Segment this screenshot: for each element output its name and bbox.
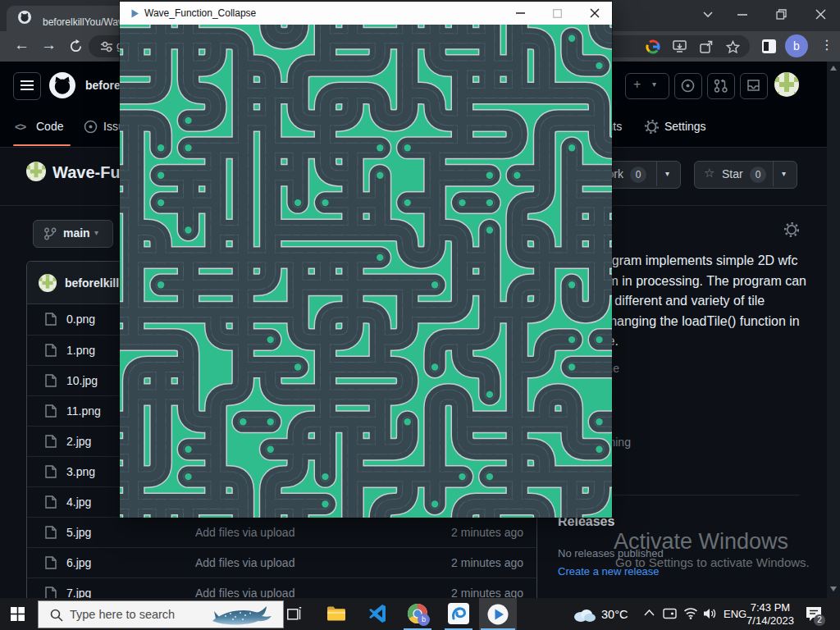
tray-display-icon[interactable]	[663, 607, 677, 620]
tab-code[interactable]: Code	[36, 120, 63, 133]
app-window: Wave_Function_Collapse	[120, 2, 612, 518]
install-icon[interactable]	[673, 40, 687, 53]
app-title: Wave_Function_Collapse	[144, 7, 256, 19]
repo-avatar	[26, 162, 46, 181]
file-name[interactable]: 11.png	[66, 404, 101, 418]
file-icon	[45, 465, 57, 478]
search-highlight-whale[interactable]	[208, 603, 278, 628]
pull-requests-header-button[interactable]	[707, 73, 735, 99]
issues-icon	[84, 120, 98, 134]
chrome-icon[interactable]: b	[407, 603, 428, 624]
create-new-button[interactable]: + ▾	[625, 73, 669, 99]
start-button[interactable]	[11, 607, 25, 621]
page-scrollbar[interactable]	[827, 62, 840, 598]
file-row[interactable]: 7.jpgAdd files via upload2 minutes ago	[27, 578, 536, 598]
star-caret-icon[interactable]: ▾	[782, 169, 786, 178]
window-minimize-icon[interactable]	[737, 14, 747, 16]
code-icon: <>	[15, 121, 25, 133]
back-icon[interactable]: ←	[14, 36, 30, 54]
file-icon	[45, 344, 57, 357]
branch-selector[interactable]: main ▾	[33, 220, 113, 248]
volume-icon[interactable]	[703, 607, 717, 620]
notification-icon[interactable]: 2	[805, 605, 823, 622]
commit-message[interactable]: Add files via upload	[195, 556, 294, 569]
wfc-pattern-canvas	[120, 25, 612, 518]
app-titlebar[interactable]: Wave_Function_Collapse	[120, 2, 612, 25]
active-tab-underline	[13, 144, 71, 146]
clock[interactable]: 7:43 PM 7/14/2023	[745, 601, 796, 628]
screen: beforelkillYou/Wave_Function_Collapse ← …	[0, 0, 840, 630]
app-minimize-icon[interactable]	[516, 12, 525, 14]
star-label: Star	[722, 167, 743, 180]
about-gear-icon[interactable]	[784, 222, 799, 237]
tab-search-chevron-icon[interactable]	[702, 10, 714, 18]
file-name[interactable]: 5.jpg	[66, 526, 91, 539]
commit-age: 2 minutes ago	[451, 587, 523, 598]
commit-age: 2 minutes ago	[451, 556, 523, 569]
inbox-header-button[interactable]	[740, 73, 768, 99]
star-count: 0	[750, 167, 766, 183]
file-icon	[45, 556, 57, 569]
file-icon	[45, 495, 57, 509]
bookmark-star-icon[interactable]	[726, 40, 740, 54]
file-icon	[45, 526, 57, 539]
play-app-icon	[487, 604, 509, 625]
taskbar: Type here to search	[0, 598, 840, 630]
commit-avatar[interactable]	[39, 274, 57, 292]
language-indicator[interactable]: ENG	[724, 608, 746, 620]
clock-date: 7/14/2023	[745, 614, 796, 628]
window-close-icon[interactable]	[815, 9, 826, 20]
file-row[interactable]: 6.jpgAdd files via upload2 minutes ago	[27, 547, 536, 578]
file-icon	[45, 374, 57, 387]
window-restore-icon[interactable]	[776, 9, 787, 20]
file-name[interactable]: 1.png	[66, 344, 95, 357]
file-name[interactable]: 4.jpg	[66, 495, 91, 509]
file-name[interactable]: 2.jpg	[66, 435, 91, 448]
issues-header-button[interactable]	[674, 73, 702, 99]
file-name[interactable]: 6.jpg	[66, 556, 91, 569]
activate-windows-subtext: Go to Settings to activate Windows.	[615, 555, 810, 569]
tray-expand-chevron[interactable]	[644, 609, 655, 616]
settings-gear-icon	[645, 120, 659, 134]
search-icon	[50, 609, 63, 622]
commit-message[interactable]: Add files via upload	[195, 526, 294, 539]
forward-icon[interactable]: →	[41, 36, 57, 54]
google-g-icon[interactable]	[646, 39, 660, 54]
hamburger-menu-button[interactable]	[13, 72, 41, 100]
share-icon[interactable]	[700, 40, 713, 53]
fork-caret-icon[interactable]: ▾	[665, 169, 669, 178]
vscode-icon[interactable]	[368, 604, 387, 623]
extension-icon[interactable]	[762, 39, 776, 53]
star-button[interactable]: ☆ Star 0 ▾	[694, 161, 797, 189]
reload-icon[interactable]	[69, 39, 83, 53]
scrollbar-down-arrow[interactable]	[830, 587, 837, 591]
menu-kebab-icon[interactable]: ⋮	[820, 37, 833, 52]
file-name[interactable]: 0.png	[66, 313, 95, 326]
temperature[interactable]: 30°C	[601, 608, 628, 621]
github-logo[interactable]	[49, 72, 75, 98]
search-placeholder: Type here to search	[70, 608, 175, 621]
weather-cloud-icon[interactable]	[572, 606, 596, 623]
running-app-button[interactable]	[479, 598, 517, 630]
app-close-icon[interactable]	[590, 8, 600, 18]
profile-avatar[interactable]: b	[785, 34, 808, 57]
file-explorer-icon[interactable]	[326, 605, 346, 623]
scrollbar-up-arrow[interactable]	[830, 66, 837, 71]
file-icon	[45, 587, 57, 598]
app-icon	[130, 9, 139, 18]
pinned-app-icon[interactable]	[448, 603, 469, 624]
file-name[interactable]: 7.jpg	[66, 587, 91, 598]
tab-settings[interactable]: Settings	[664, 120, 706, 133]
app-maximize-icon[interactable]	[553, 9, 562, 18]
notification-badge: 2	[814, 614, 825, 626]
file-row[interactable]: 5.jpgAdd files via upload2 minutes ago	[27, 517, 536, 547]
commit-message[interactable]: Add files via upload	[195, 587, 294, 598]
file-name[interactable]: 10.jpg	[66, 374, 98, 387]
user-avatar[interactable]	[774, 72, 799, 97]
site-settings-icon[interactable]	[100, 40, 113, 53]
taskbar-search[interactable]: Type here to search	[38, 600, 284, 628]
github-favicon	[18, 11, 31, 24]
task-view-icon[interactable]	[287, 607, 302, 621]
file-name[interactable]: 3.png	[66, 465, 95, 478]
wifi-icon[interactable]	[683, 607, 698, 619]
